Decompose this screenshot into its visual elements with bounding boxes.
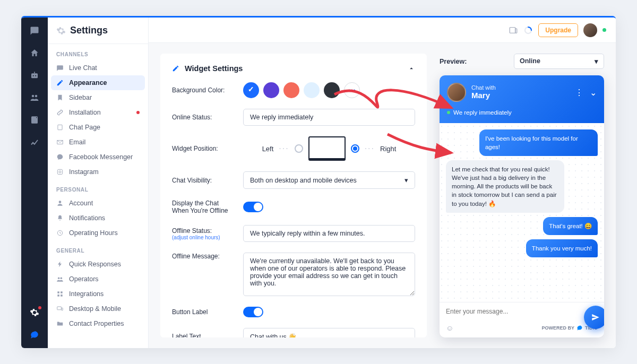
button-label-label: Button Label xyxy=(172,308,236,316)
rail-chat-icon[interactable] xyxy=(29,25,40,36)
alert-dot xyxy=(136,111,140,114)
chat-message: Let me check that for you real quick! We… xyxy=(446,160,564,212)
sidebar-item-notifications[interactable]: Notifications xyxy=(48,211,148,226)
progress-icon[interactable] xyxy=(523,25,533,35)
sidebar-item-label: Contact Properties xyxy=(69,320,124,327)
offline-status-label: Offline Status: xyxy=(172,227,236,235)
display-offline-label: Display the Chat When You're Offline xyxy=(172,200,236,214)
svg-rect-6 xyxy=(58,125,62,129)
online-status-dot xyxy=(602,28,606,32)
sidebar-item-label: Live Chat xyxy=(69,64,97,72)
powered-by-label: POWERED BY xyxy=(541,325,574,331)
sidebar-item-label: Appearance xyxy=(69,79,107,86)
chat-visibility-label: Chat Visibility: xyxy=(172,177,236,184)
topbar: Upgrade xyxy=(149,18,616,43)
instagram-icon xyxy=(56,168,64,176)
sidebar-item-instagram[interactable]: Instagram xyxy=(48,164,148,179)
news-icon[interactable] xyxy=(509,25,518,35)
color-swatch[interactable] xyxy=(324,82,340,98)
bg-color-label: Background Color: xyxy=(172,86,236,94)
sidebar-item-label: Chat Page xyxy=(69,124,100,131)
widget-pos-right-radio[interactable] xyxy=(351,144,359,153)
devices-icon xyxy=(56,305,64,313)
more-colors-button[interactable]: ⋯ xyxy=(344,82,360,98)
adjust-hours-link[interactable]: (adjust online hours) xyxy=(172,235,236,240)
sidebar-item-label: Integrations xyxy=(69,290,104,298)
svg-rect-19 xyxy=(510,27,516,33)
chat-visibility-select[interactable]: Both on desktop and mobile devices ▾ xyxy=(243,171,415,189)
sidebar-item-label: Quick Responses xyxy=(69,261,121,268)
tidio-logo-icon xyxy=(576,325,583,331)
menu-dots-icon[interactable]: ⋮ xyxy=(575,88,583,98)
sidebar-item-live-chat[interactable]: Live Chat xyxy=(48,60,148,75)
sidebar-item-label: Account xyxy=(69,200,93,207)
online-status-input[interactable] xyxy=(243,109,415,126)
label-text-input[interactable] xyxy=(243,328,415,337)
sidebar-item-label: Installation xyxy=(69,109,101,116)
sidebar-item-installation[interactable]: Installation xyxy=(48,105,148,120)
sidebar-item-quick-responses[interactable]: Quick Responses xyxy=(48,257,148,272)
sidebar-section-title: PERSONAL xyxy=(48,179,148,196)
svg-point-4 xyxy=(32,95,35,98)
send-button[interactable] xyxy=(584,306,604,329)
sidebar-item-facebook-messenger[interactable]: Facebook Messenger xyxy=(48,150,148,164)
sidebar-item-integrations[interactable]: Integrations xyxy=(48,287,148,301)
settings-sidebar: Settings CHANNELSLive ChatAppearanceSide… xyxy=(48,18,149,348)
widget-pos-left-radio[interactable] xyxy=(295,144,303,153)
widget-settings-panel: Widget Settings Background Color: ⋯ Onli… xyxy=(160,54,427,337)
rail-settings-icon[interactable] xyxy=(29,307,40,318)
preview-mode-select[interactable]: Online▾ xyxy=(514,54,604,69)
sidebar-item-chat-page[interactable]: Chat Page xyxy=(48,120,148,135)
rail-home-icon[interactable] xyxy=(29,48,40,58)
online-status-label: Online Status: xyxy=(172,114,236,121)
color-swatch[interactable] xyxy=(304,82,320,98)
svg-rect-14 xyxy=(61,291,63,293)
page-icon xyxy=(56,124,64,131)
bolt-icon xyxy=(56,261,64,268)
sidebar-item-email[interactable]: Email xyxy=(48,135,148,150)
sidebar-item-account[interactable]: Account xyxy=(48,196,148,211)
rail-book-icon[interactable] xyxy=(29,115,40,125)
color-swatch[interactable] xyxy=(243,82,259,98)
sidebar-item-operators[interactable]: Operators xyxy=(48,272,148,287)
svg-rect-13 xyxy=(57,291,59,293)
svg-rect-0 xyxy=(31,73,38,78)
rail-analytics-icon[interactable] xyxy=(29,137,40,148)
emoji-icon[interactable]: ☺ xyxy=(446,324,453,332)
rail-tidio-icon[interactable] xyxy=(29,330,40,340)
svg-point-5 xyxy=(35,95,38,98)
svg-point-1 xyxy=(33,75,34,76)
chat-with-label: Chat with xyxy=(471,84,496,91)
sidebar-item-sidebar[interactable]: Sidebar xyxy=(48,90,148,105)
color-swatch[interactable] xyxy=(283,82,299,98)
rail-bot-icon[interactable] xyxy=(29,70,40,81)
sidebar-item-label: Sidebar xyxy=(69,94,92,101)
chat-message-input[interactable] xyxy=(446,308,598,315)
bookmark-icon xyxy=(56,94,64,101)
user-icon xyxy=(56,200,64,207)
chat-widget-preview: Chat with Mary ⋮ ⌄ We reply immediately xyxy=(440,75,604,337)
screen-illustration xyxy=(308,136,346,161)
color-swatch[interactable] xyxy=(263,82,279,98)
sidebar-item-appearance[interactable]: Appearance xyxy=(51,75,145,90)
offline-message-textarea[interactable] xyxy=(243,253,415,296)
mail-icon xyxy=(56,138,64,146)
rail-people-icon[interactable] xyxy=(29,92,40,103)
chevron-down-icon: ▾ xyxy=(404,176,408,184)
chevron-up-icon[interactable] xyxy=(408,65,415,72)
upgrade-button[interactable]: Upgrade xyxy=(538,23,578,37)
chevron-down-icon[interactable]: ⌄ xyxy=(590,88,597,98)
svg-rect-7 xyxy=(57,169,62,174)
button-label-toggle[interactable] xyxy=(243,307,263,317)
page-title: Settings xyxy=(70,25,108,36)
sidebar-item-label: Operators xyxy=(69,275,99,283)
sidebar-item-desktop-mobile[interactable]: Desktop & Mobile xyxy=(48,301,148,316)
display-offline-toggle[interactable] xyxy=(243,202,263,212)
sidebar-item-contact-properties[interactable]: Contact Properties xyxy=(48,316,148,331)
chat-message: That's great! 😄 xyxy=(543,217,598,235)
avatar[interactable] xyxy=(583,23,597,37)
sidebar-item-label: Notifications xyxy=(69,214,105,222)
sidebar-item-operating-hours[interactable]: Operating Hours xyxy=(48,226,148,240)
offline-status-input[interactable] xyxy=(243,225,415,242)
clock-icon xyxy=(56,229,64,237)
